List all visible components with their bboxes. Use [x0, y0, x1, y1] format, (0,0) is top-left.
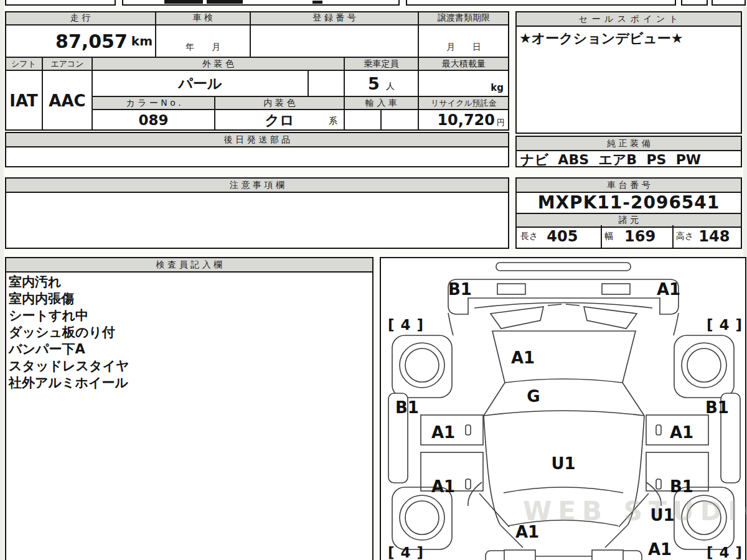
inspector-note-line: 室内汚れ: [9, 274, 370, 291]
panel-grade-label: [ 4 ]: [388, 544, 424, 560]
inspection-placeholder: 年 月: [186, 42, 220, 53]
transfer-deadline-header: 譲渡書類期限: [418, 11, 509, 25]
panel-grade-label: A1: [515, 523, 539, 541]
inspector-header: 検 査 員 記 入 欄: [6, 258, 372, 273]
registration-header: 登 録 番 号: [250, 11, 418, 25]
inspection-header: 車 検: [156, 11, 250, 25]
panel-grade-label: B1: [705, 398, 729, 417]
caution-box: 注 意 事 項 欄: [5, 177, 509, 249]
maxload-unit: kg: [491, 82, 504, 93]
inspector-notes-list: 室内汚れ室内内張傷シートすれ中ダッシュ板のり付バンパー下Аスタッドレスタイヤ社外…: [9, 274, 370, 391]
spec-width-cell: 幅 169: [601, 225, 674, 248]
spec-length-cell: 長さ 405: [517, 225, 602, 248]
inspector-note-line: ダッシュ板のり付: [9, 324, 370, 341]
color-no-value: 089: [92, 110, 215, 131]
panel-grade-label: U1: [650, 506, 674, 525]
panel-grade-label: B1: [670, 477, 693, 496]
equipment-header: 純 正 装 備: [517, 137, 741, 151]
interior-color-header: 内 装 色: [215, 96, 344, 110]
interior-color-value: クロ: [265, 111, 294, 130]
later-parts-value: [6, 146, 508, 166]
panel-grade-label: B1: [448, 280, 472, 299]
mileage-value: 87,057: [55, 30, 128, 52]
chassis-header: 車 台 番 号: [517, 179, 741, 193]
later-parts-header: 後 日 発 送 部 品: [6, 133, 508, 147]
spec-length-value: 405: [547, 228, 578, 245]
interior-color-cell: クロ 系: [215, 110, 344, 131]
truncated-text-fragment: [164, 0, 203, 4]
aircon-header: エアコン: [42, 57, 92, 70]
equipment-box: 純 正 装 備 ナビ ABS エアB PS PW: [515, 136, 742, 167]
transfer-placeholder: 月 日: [446, 42, 481, 53]
spec-height-value: 148: [698, 228, 730, 245]
transfer-deadline-cell: 月 日: [418, 25, 509, 57]
panel-grade-label: [ 4 ]: [707, 544, 743, 560]
panel-grade-label: A1: [511, 348, 535, 367]
panel-grade-label: A1: [648, 540, 672, 559]
panel-grade-label: A1: [431, 423, 455, 442]
color-no-header: カ ラ ー N o .: [92, 96, 215, 110]
panel-grade-label: A1: [670, 423, 693, 442]
chassis-value: MXPK11-2096541: [517, 192, 741, 213]
capacity-unit: 人: [386, 81, 395, 92]
sales-point-header: セ ー ル ス ポ イ ン ト: [517, 12, 741, 27]
truncated-cell: [681, 0, 708, 6]
spec-width-label: 幅: [604, 231, 613, 242]
panel-grade-label: A1: [657, 280, 680, 299]
truncated-text-fragment: [207, 0, 243, 4]
panel-grade-label: U1: [551, 454, 575, 473]
mileage-cell: 87,057 km: [5, 25, 156, 57]
caution-header: 注 意 事 項 欄: [6, 179, 508, 193]
maxload-header: 最大積載量: [418, 57, 509, 70]
vehicle-info-table: 走 行 車 検 登 録 番 号 譲渡書類期限 87,057 km 年 月 月 日…: [5, 11, 509, 131]
inspection-cell: 年 月: [156, 25, 250, 57]
panel-grade-label: B1: [395, 398, 419, 417]
exterior-color-extra-cell: [308, 70, 344, 96]
inspector-box: 検 査 員 記 入 欄 室内汚れ室内内張傷シートすれ中ダッシュ板のり付バンパー下…: [5, 257, 374, 560]
inspector-note-line: 社外アルミホイール: [9, 375, 370, 391]
import-cell-1: [344, 110, 381, 131]
diagram-box: WEB STUDIO B1A1[ 4 ][ 4 ]A1GB1B1A1A1U1A1…: [380, 257, 746, 560]
import-cell-2: [381, 110, 418, 131]
truncated-cell: [406, 0, 676, 6]
inspector-note-line: 室内内張傷: [9, 291, 370, 307]
panel-grade-label: G: [527, 387, 540, 406]
inspector-note-line: スタッドレスタイヤ: [9, 358, 370, 375]
panel-grade-label: [ 4 ]: [388, 317, 424, 333]
aircon-value: AAC: [42, 70, 92, 131]
mileage-unit: km: [131, 34, 153, 49]
equipment-value: ナビ ABS エアB PS PW: [520, 151, 701, 169]
interior-color-suffix: 系: [329, 116, 337, 127]
registration-cell: [250, 25, 418, 57]
later-parts-box: 後 日 発 送 部 品: [5, 132, 509, 167]
panel-grade-label: A1: [431, 477, 455, 496]
inspector-note-line: バンパー下А: [9, 341, 370, 358]
sales-point-box: セ ー ル ス ポ イ ン ト ★オークションデビュー★: [515, 11, 742, 134]
truncated-cell: [5, 0, 116, 6]
diagram-labels: B1A1[ 4 ][ 4 ]A1GB1B1A1A1U1A1B1U1A1A1[ 4…: [381, 258, 745, 560]
import-header: 輸 入 車: [344, 96, 418, 110]
spec-height-cell: 高さ 148: [672, 225, 741, 248]
truncated-cell: [712, 0, 746, 6]
maxload-cell: kg: [418, 70, 509, 96]
truncated-cell: [122, 0, 400, 6]
spec-length-label: 長さ: [520, 231, 538, 242]
inspector-note-line: シートすれ中: [9, 307, 370, 324]
exterior-color-header: 外 装 色: [92, 57, 344, 70]
panel-grade-label: [ 4 ]: [707, 317, 743, 333]
recycle-unit: 円: [497, 117, 505, 128]
mileage-header: 走 行: [5, 11, 156, 25]
truncated-text-fragment: [312, 1, 322, 4]
caution-value: [6, 192, 508, 248]
recycle-header: リサイクル預託金: [418, 96, 509, 110]
capacity-header: 乗車定員: [344, 57, 418, 70]
recycle-cell: 10,720 円: [418, 110, 509, 131]
sales-point-value: ★オークションデビュー★: [519, 29, 684, 48]
recycle-value: 10,720: [437, 111, 495, 129]
shift-header: シフト: [5, 57, 42, 70]
chassis-box: 車 台 番 号 MXPK11-2096541 諸 元 長さ 405 幅 169 …: [515, 177, 742, 249]
spec-height-label: 高さ: [676, 231, 693, 242]
capacity-cell: 5 人: [344, 70, 418, 96]
shift-value: IAT: [5, 70, 42, 131]
capacity-value: 5: [368, 74, 380, 93]
